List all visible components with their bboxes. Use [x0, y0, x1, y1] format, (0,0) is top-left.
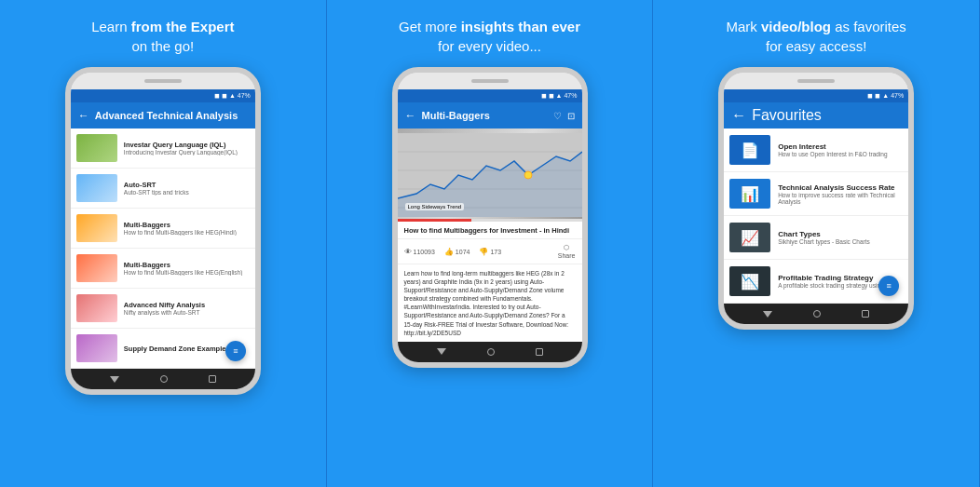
video-item-1[interactable]: Investar Query Language (IQL) Introducin… [71, 129, 255, 169]
panel-3-title: Mark video/blog as favoritesfor easy acc… [726, 17, 905, 56]
video-title-3: Multi-Baggers [124, 221, 250, 229]
svg-point-5 [524, 171, 532, 179]
back-arrow-1[interactable]: ← [78, 109, 89, 122]
panel-1-bold: from the Expert [131, 19, 235, 34]
fab-btn-1[interactable]: ≡ [225, 341, 246, 361]
panel-2: Get more insights than everfor every vid… [327, 0, 654, 487]
recent-nav-2[interactable] [536, 348, 543, 356]
video-player[interactable]: Long Sideways Trend [398, 129, 582, 222]
status-bar-1: ◼ ◼ ▲ 47% [71, 89, 255, 102]
fav-subtitle-1: How to use Open Interest in F&O trading [778, 151, 887, 157]
video-list-1: Investar Query Language (IQL) Introducin… [71, 129, 255, 369]
favourites-list: 📄 Open Interest How to use Open Interest… [724, 129, 908, 304]
video-title-4: Multi-Baggers [124, 261, 250, 269]
phone-2-screen: ◼ ◼ ▲ 47% ← Multi-Baggers ♡ ⊡ [398, 89, 582, 342]
video-title-1: Investar Query Language (IQL) [124, 141, 250, 149]
recent-nav-3[interactable] [862, 310, 869, 318]
fav-thumb-1: 📄 [729, 135, 770, 165]
share-button[interactable]: ⬡ Share [558, 244, 576, 259]
fav-item-3[interactable]: 📈 Chart Types Sikhiye Chart types - Basi… [724, 216, 908, 260]
video-item-5[interactable]: Advanced Nifty Analysis Nifty analysis w… [71, 289, 255, 329]
video-thumb-3 [76, 214, 117, 242]
fav-item-2[interactable]: 📊 Technical Analysis Success Rate How to… [724, 172, 908, 216]
video-item-3[interactable]: Multi-Baggers How to find Multi-Baggers … [71, 209, 255, 249]
panel-2-bold: insights than ever [461, 19, 580, 34]
video-thumb-6 [76, 334, 117, 362]
app-header-2[interactable]: ← Multi-Baggers ♡ ⊡ [398, 102, 582, 129]
phone-bottom-2 [398, 342, 582, 362]
phone-1-speaker [144, 79, 182, 83]
phone-1-screen: ◼ ◼ ▲ 47% ← Advanced Technical Analysis … [71, 89, 255, 369]
phone-1-top [71, 73, 255, 89]
fav-header[interactable]: ← Favourites [724, 102, 908, 129]
header-share[interactable]: ⊡ [567, 111, 575, 121]
dislike-count[interactable]: 👎 173 [479, 248, 501, 256]
video-title-5: Advanced Nifty Analysis [124, 301, 250, 309]
view-count: 👁 110093 [404, 248, 435, 256]
header-title-1: Advanced Technical Analysis [95, 110, 248, 121]
video-caption: How to find Multibaggers for Investment … [398, 222, 582, 239]
panel-2-title: Get more insights than everfor every vid… [399, 17, 580, 56]
fav-title-2: Technical Analysis Success Rate [778, 183, 903, 192]
video-thumb-5 [76, 294, 117, 322]
back-arrow-3[interactable]: ← [731, 107, 746, 124]
back-nav-2[interactable] [437, 348, 446, 355]
fav-subtitle-3: Sikhiye Chart types - Basic Charts [778, 238, 870, 245]
status-bar-3: ◼ ◼ ▲ 47% [724, 89, 908, 102]
fav-thumb-3: 📈 [729, 223, 770, 252]
video-progress-fill [398, 219, 471, 222]
phone-2: ◼ ◼ ▲ 47% ← Multi-Baggers ♡ ⊡ [392, 67, 588, 368]
fav-item-1[interactable]: 📄 Open Interest How to use Open Interest… [724, 129, 908, 172]
fab-btn-3[interactable]: ≡ [878, 276, 899, 296]
phone-bottom-1 [71, 369, 255, 389]
recent-nav-1[interactable] [209, 375, 216, 383]
phone-bottom-3 [724, 304, 908, 324]
like-count[interactable]: 👍 1074 [444, 248, 470, 256]
video-thumb-4 [76, 254, 117, 282]
phone-2-speaker [471, 79, 509, 83]
video-description: Learn how to find long-term multibaggers… [398, 264, 582, 342]
back-nav-3[interactable] [763, 311, 772, 318]
phone-2-top [398, 73, 582, 89]
player-inner: Long Sideways Trend [398, 129, 582, 222]
phone-3-screen: ◼ ◼ ▲ 47% ← Favourites 📄 Open Interest H… [724, 89, 908, 304]
header-heart[interactable]: ♡ [553, 111, 562, 121]
phone-3-top [724, 73, 908, 89]
home-nav-2[interactable] [487, 348, 495, 356]
fav-title-3: Chart Types [778, 230, 870, 238]
video-subtitle-3: How to find Multi-Baggers like HEG(Hindi… [124, 229, 250, 236]
thumbdown-icon: 👎 [479, 248, 488, 256]
video-progress-bar[interactable] [398, 219, 582, 222]
video-thumb-1 [76, 134, 117, 162]
fav-thumb-4: 📉 [729, 266, 770, 296]
thumbup-icon: 👍 [444, 248, 454, 256]
back-arrow-2[interactable]: ← [405, 109, 416, 122]
video-item-4[interactable]: Multi-Baggers How to find Multi-Baggers … [71, 249, 255, 289]
video-item-2[interactable]: Auto-SRT Auto-SRT tips and tricks [71, 169, 255, 209]
video-subtitle-4: How to find Multi-Baggers like HEG(Engli… [124, 269, 250, 276]
video-stats: 👁 110093 👍 1074 👎 173 ⬡ Share [398, 239, 582, 264]
app-header-1[interactable]: ← Advanced Technical Analysis [71, 102, 255, 129]
status-bar-2: ◼ ◼ ▲ 47% [398, 89, 582, 102]
panel-1-title: Learn from the Experton the go! [91, 17, 234, 56]
phone-3-speaker [797, 79, 835, 83]
fav-thumb-2: 📊 [729, 179, 770, 209]
phone-3: ◼ ◼ ▲ 47% ← Favourites 📄 Open Interest H… [718, 67, 914, 330]
trend-label: Long Sideways Trend [405, 203, 465, 210]
fav-header-title: Favourites [752, 107, 822, 124]
phone-1: ◼ ◼ ▲ 47% ← Advanced Technical Analysis … [65, 67, 261, 395]
video-subtitle-2: Auto-SRT tips and tricks [124, 189, 250, 196]
back-nav-1[interactable] [110, 376, 119, 383]
video-detail: Long Sideways Trend How to find Multibag… [398, 129, 582, 342]
video-subtitle-1: Introducing Investar Query Language(IQL) [124, 149, 250, 156]
panel-3: Mark video/blog as favoritesfor easy acc… [653, 0, 980, 487]
home-nav-3[interactable] [813, 310, 821, 318]
video-thumb-2 [76, 174, 117, 202]
panel-3-bold: video/blog [761, 19, 831, 34]
fav-title-1: Open Interest [778, 142, 887, 151]
video-title-2: Auto-SRT [124, 181, 250, 189]
home-nav-1[interactable] [160, 375, 168, 383]
fav-subtitle-2: How to improve success rate with Technic… [778, 192, 903, 205]
fav-subtitle-4: A profitable stock trading strategy usin… [778, 282, 892, 289]
eye-icon: 👁 [404, 248, 412, 256]
